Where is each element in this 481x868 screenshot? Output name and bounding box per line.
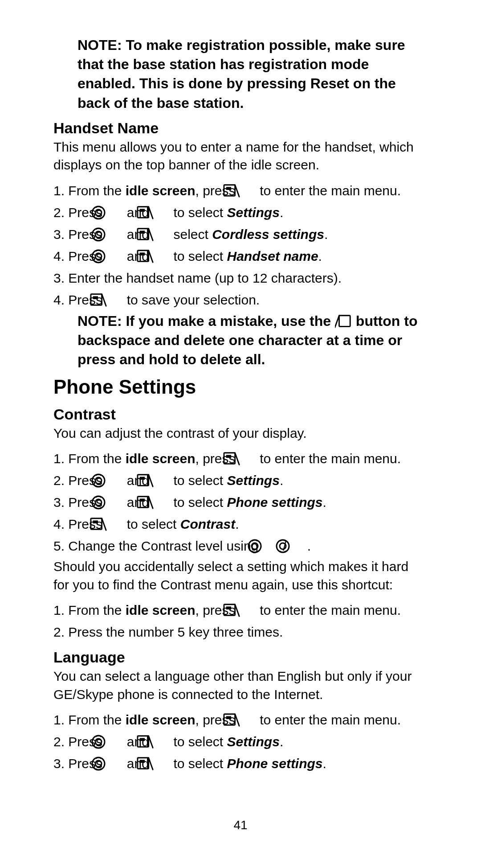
handset-step-6: 4. Press to save your selection. [53,290,428,310]
nav-key-icon [290,539,307,553]
text-bold-italic: Handset name [227,249,318,263]
contrast-step-2: 2. Press and to select Settings. [53,470,428,490]
heading-language: Language [53,648,428,666]
contrast-intro: You can adjust the contrast of your disp… [53,424,428,443]
contrast-step-5: 5. Change the Contrast level using / . [53,536,428,556]
text: 1. From the [53,712,126,727]
left-softkey-icon [106,292,123,307]
manual-page: NOTE: To make registration possible, mak… [0,0,481,868]
contrast-step-4: 4. Press to select Contrast. [53,514,428,534]
text-bold-italic: Phone settings [227,495,323,510]
nav-key-icon [106,249,123,263]
contrast-shortcut-intro: Should you accidentally select a setting… [53,558,428,594]
handset-step-3: 3. Press and select Cordless settings. [53,224,428,244]
nav-key-icon [106,473,123,487]
text: 1. From the [53,183,126,198]
language-step-3: 3. Press and to select Phone settings. [53,753,428,773]
left-softkey-icon [153,249,170,263]
heading-contrast: Contrast [53,405,428,424]
text: . [324,227,328,242]
page-number: 41 [0,818,481,832]
text-bold-italic: Settings [227,473,280,488]
left-softkey-icon [239,712,256,727]
text: to select [170,756,227,771]
contrast-step-1: 1. From the idle screen, press to enter … [53,448,428,469]
nav-key-icon [106,495,123,509]
text: to select [170,495,227,510]
left-softkey-icon [153,473,170,487]
language-intro: You can select a language other than Eng… [53,667,428,703]
handset-intro: This menu allows you to enter a name for… [53,138,428,174]
text: to select [170,734,227,749]
text-bold-italic: Settings [227,205,280,220]
nav-key-icon [106,227,123,241]
text-bold: idle screen [126,712,196,727]
left-softkey-icon [153,756,170,770]
left-softkey-icon [239,451,256,465]
text-bold-italic: Cordless settings [212,227,324,242]
left-softkey-icon [153,495,170,509]
text: . [280,473,283,488]
contrast-shortcut-2: 2. Press the number 5 key three times. [53,622,428,642]
handset-step-1: 1. From the idle screen, press to enter … [53,181,428,201]
heading-handset-name: Handset Name [53,119,428,137]
text: to save your selection. [123,292,260,307]
language-step-1: 1. From the idle screen, press to enter … [53,710,428,730]
text: to enter the main menu. [256,451,401,466]
text: select [170,227,212,242]
text: . [323,756,326,771]
text-bold: idle screen [126,451,196,466]
text: NOTE: If you make a mistake, use the [77,313,335,329]
text: to select [170,205,227,220]
text: 1. From the [53,603,126,617]
text: to enter the main menu. [256,183,401,198]
text: . [280,734,283,749]
text: . [323,495,326,510]
handset-step-4: 4. Press and to select Handset name. [53,246,428,266]
text: to select [170,249,227,263]
handset-step-5: 3. Enter the handset name (up to 12 char… [53,268,428,288]
left-softkey-icon [239,603,256,617]
text: . [307,539,311,553]
text: to select [170,473,227,488]
text: 1. From the [53,451,126,466]
text: 5. Change the Contrast level using [53,539,262,553]
nav-key-icon [106,205,123,219]
text-bold-italic: Settings [227,734,280,749]
left-softkey-icon [153,734,170,749]
note-registration: NOTE: To make registration possible, mak… [53,36,428,113]
left-softkey-icon [239,183,256,197]
text: . [318,249,322,263]
handset-step-2: 2. Press and to select Settings. [53,202,428,222]
right-softkey-icon [335,314,352,329]
text: . [235,517,239,531]
text-bold-italic: Phone settings [227,756,323,771]
language-step-2: 2. Press and to select Settings. [53,732,428,752]
nav-key-icon [106,756,123,770]
text: to enter the main menu. [256,712,401,727]
note-mistake: NOTE: If you make a mistake, use the but… [53,312,428,370]
contrast-step-3: 3. Press and to select Phone settings. [53,492,428,512]
left-softkey-icon [153,227,170,241]
nav-key-icon [106,734,123,749]
text: to select [123,517,180,531]
text-bold: idle screen [126,603,196,617]
text-bold-italic: Contrast [180,517,235,531]
text: . [280,205,283,220]
heading-phone-settings: Phone Settings [53,375,428,399]
text-bold: idle screen [126,183,196,198]
text: to enter the main menu. [256,603,401,617]
left-softkey-icon [153,205,170,219]
contrast-shortcut-1: 1. From the idle screen, press to enter … [53,600,428,620]
left-softkey-icon [106,517,123,531]
